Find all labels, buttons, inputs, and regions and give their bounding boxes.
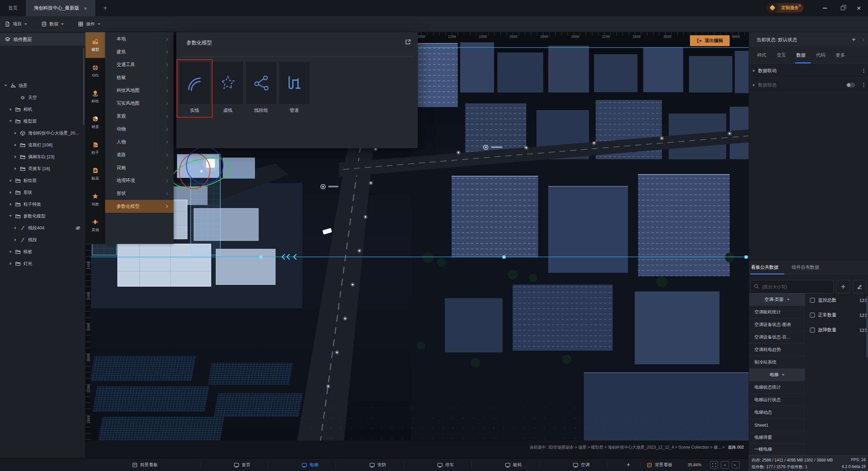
data-item[interactable]: Sheet1 <box>749 419 805 431</box>
data-item[interactable]: 电梯动态 <box>749 406 805 419</box>
asset-type-plot[interactable]: 标绘 <box>85 84 105 109</box>
zoom-level[interactable]: 35.84% <box>688 458 702 471</box>
tab-public-data[interactable]: 看板公共数据 <box>751 264 778 270</box>
tree-item-particles[interactable]: 粒子特效 <box>0 198 85 210</box>
close-button[interactable]: ✕ <box>851 0 867 16</box>
category-tech-map[interactable]: 科技风地图 <box>105 84 174 97</box>
more-options-icon[interactable] <box>863 70 864 71</box>
data-item[interactable]: 电梯弹窗 <box>749 431 805 444</box>
tree-item-scene[interactable]: 场景 <box>0 80 85 91</box>
expand-icon[interactable] <box>753 84 755 86</box>
edit-data-button[interactable] <box>853 280 866 293</box>
custom-service-badge[interactable]: 定制服务 <box>766 3 804 13</box>
tree-item-shapes[interactable]: 形状 <box>0 186 85 198</box>
chevron-right-icon[interactable] <box>861 38 864 42</box>
section-data-filter[interactable]: 数据筛选 <box>749 78 868 92</box>
category-shape[interactable]: 形状 <box>105 187 174 200</box>
dock-page-energy[interactable]: 能耗 <box>505 458 522 471</box>
tab-close-icon[interactable]: × <box>84 5 87 11</box>
expand-icon[interactable] <box>15 167 16 170</box>
expand-icon[interactable] <box>15 156 16 158</box>
restore-button[interactable] <box>835 0 850 16</box>
asset-card-pipe[interactable] <box>279 62 310 104</box>
expand-icon[interactable] <box>15 239 16 241</box>
asset-type-decal[interactable]: 贴花 <box>85 161 105 187</box>
dock-foreground-board[interactable]: 前景看板 <box>132 458 158 471</box>
checkbox[interactable] <box>810 328 815 332</box>
menu-data[interactable]: 数据 <box>37 16 68 32</box>
asset-type-model[interactable]: 模型 <box>85 32 105 58</box>
tree-item-segment[interactable]: 线段 <box>0 234 85 246</box>
expand-icon[interactable] <box>753 69 755 72</box>
tree-item-lights[interactable]: 灯光 <box>0 258 85 269</box>
tree-item-yellow-cars[interactable]: 亮黄车 [16] <box>0 163 85 175</box>
search-input[interactable] <box>750 280 834 293</box>
scrollbar[interactable] <box>866 296 868 357</box>
data-item[interactable]: 一幢电梯 <box>749 444 805 455</box>
data-item[interactable]: 空调设备状态-图表 <box>749 319 805 331</box>
tree-item-segment-404[interactable]: 线段404 <box>0 222 85 234</box>
menu-operate[interactable]: 操作 <box>73 16 105 32</box>
dock-page-parking[interactable]: 停车 <box>437 458 454 471</box>
tree-item-plot-layer[interactable]: 标绘层 <box>0 175 85 186</box>
expand-icon[interactable] <box>15 132 16 135</box>
tree-item-camera[interactable]: 相机 <box>0 103 85 115</box>
data-item[interactable]: 空调能耗统计 <box>749 306 805 319</box>
data-item[interactable]: 空调耗电趋势 <box>749 344 805 356</box>
dock-page-elevator[interactable]: 电梯 <box>302 458 318 471</box>
category-vegetation[interactable]: 植被 <box>105 71 174 84</box>
category-facility[interactable]: 设施 <box>105 161 174 174</box>
filter-toggle[interactable] <box>846 83 855 87</box>
tree-item-road-lights[interactable]: 道路灯 [108] <box>0 139 85 151</box>
category-animal[interactable]: 动物 <box>105 123 174 136</box>
category-realistic-map[interactable]: 写实风地图 <box>105 97 174 110</box>
dock-page-hvac[interactable]: 空调 <box>573 458 590 471</box>
category-building[interactable]: 建筑 <box>105 45 174 58</box>
category-person[interactable]: 人物 <box>105 136 174 148</box>
dock-background-board[interactable]: 背景看板 <box>647 458 672 471</box>
console-icon[interactable]: >_ <box>732 461 740 469</box>
data-group-elevator[interactable]: 电梯 <box>749 369 805 381</box>
visibility-off-icon[interactable] <box>75 225 81 231</box>
data-item[interactable]: 电梯运行状态 <box>749 394 805 406</box>
asset-card-dashed-line[interactable] <box>213 62 243 104</box>
fit-view-icon[interactable] <box>710 461 718 469</box>
expand-icon[interactable] <box>10 203 12 206</box>
data-item[interactable]: 制冷站系统 <box>749 356 805 369</box>
menu-project[interactable]: 项目 <box>0 16 32 32</box>
expand-icon[interactable] <box>15 144 16 146</box>
dock-page-security[interactable]: 安防 <box>370 458 386 471</box>
section-data-link[interactable]: 数据联动 <box>749 64 868 78</box>
expand-icon[interactable] <box>10 191 12 194</box>
tree-item-parametric[interactable]: 参数化模型 <box>0 210 85 222</box>
expand-icon[interactable] <box>10 179 12 182</box>
category-vehicle[interactable]: 交通工具 <box>105 58 174 71</box>
category-geo-environment[interactable]: 地理环境 <box>105 174 174 187</box>
tab-style[interactable]: 样式 <box>757 52 766 58</box>
expand-icon[interactable] <box>15 227 16 229</box>
minimize-button[interactable] <box>817 0 833 16</box>
asset-type-animation[interactable]: 动效 <box>85 187 105 212</box>
scrollbar[interactable] <box>83 47 84 125</box>
data-item[interactable]: 电梯状态统计 <box>749 381 805 394</box>
expand-icon[interactable] <box>10 108 12 111</box>
expand-icon[interactable] <box>4 85 7 86</box>
tree-item-model-layer[interactable]: 模型层 <box>0 115 85 127</box>
asset-type-particle[interactable]: 粒子 <box>85 135 105 161</box>
tree-item-vegetation[interactable]: 植被 <box>0 246 85 258</box>
new-tab-button[interactable]: + <box>95 0 116 16</box>
checkbox[interactable] <box>810 298 815 303</box>
expand-icon[interactable] <box>10 262 12 265</box>
asset-card-line-group[interactable] <box>246 62 276 104</box>
more-options-icon[interactable] <box>863 84 864 85</box>
expand-icon[interactable] <box>9 120 12 122</box>
tree-item-white-cars[interactable]: 俩厢车白 [23] <box>0 151 85 163</box>
category-parametric-model[interactable]: 参数化模型 <box>105 200 174 213</box>
asset-type-other[interactable]: 其他 <box>85 212 105 238</box>
add-data-button[interactable] <box>836 280 850 293</box>
tab-code[interactable]: 代码 <box>816 52 825 58</box>
expand-icon[interactable] <box>9 215 12 217</box>
popout-icon[interactable] <box>405 39 411 45</box>
data-group-hvac-page[interactable]: 空调-页面 <box>749 293 805 306</box>
asset-type-material[interactable]: 材质 <box>85 109 105 135</box>
